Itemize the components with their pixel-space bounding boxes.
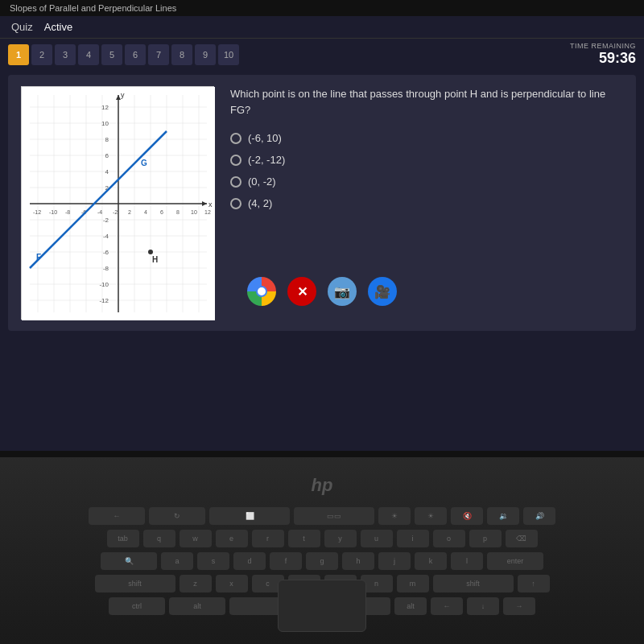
- option-1-text: (-6, 10): [248, 132, 282, 144]
- svg-text:-10: -10: [99, 281, 109, 288]
- tab-10[interactable]: 10: [218, 44, 239, 65]
- key-mute[interactable]: 🔇: [451, 507, 483, 525]
- svg-text:8: 8: [176, 209, 180, 215]
- title-bar: Slopes of Parallel and Perpendicular Lin…: [0, 0, 644, 16]
- radio-1[interactable]: [230, 133, 242, 144]
- key-left[interactable]: ←: [431, 597, 463, 615]
- x-icon[interactable]: ✕: [287, 277, 316, 306]
- key-a[interactable]: a: [161, 552, 193, 570]
- svg-text:10: 10: [191, 209, 197, 215]
- touchpad[interactable]: [278, 580, 366, 632]
- tabs-row: 1 2 3 4 5 6 7 8 9 10 TIME REMAINING 59:3…: [0, 39, 644, 70]
- key-down[interactable]: ↓: [467, 597, 499, 615]
- coordinate-graph: x y 12 10 8 6 4 2 -2 -4 -6 -8 -10 -12: [22, 87, 215, 320]
- key-row-3: 🔍 a s d f g h j k l enter: [32, 552, 612, 570]
- key-alt-right[interactable]: alt: [394, 597, 427, 615]
- key-o[interactable]: o: [433, 530, 465, 547]
- key-m[interactable]: m: [397, 575, 429, 592]
- video-icon[interactable]: 🎥: [368, 277, 397, 306]
- key-p[interactable]: p: [469, 530, 502, 547]
- svg-point-58: [148, 250, 153, 254]
- laptop-screen: Slopes of Parallel and Perpendicular Lin…: [0, 0, 644, 451]
- key-h[interactable]: h: [342, 552, 374, 570]
- svg-text:2: 2: [128, 209, 131, 215]
- key-y[interactable]: y: [324, 530, 357, 547]
- key-s[interactable]: s: [197, 552, 229, 570]
- key-backspace[interactable]: ⌫: [506, 530, 538, 547]
- key-row-1: ← ↻ ⬜ ▭▭ ☀ ☀ 🔇 🔉 🔊: [32, 507, 612, 525]
- key-right[interactable]: →: [503, 597, 535, 615]
- svg-text:8: 8: [105, 136, 109, 143]
- key-shift-right[interactable]: shift: [433, 575, 514, 592]
- key-arrow-back[interactable]: ←: [89, 507, 145, 525]
- svg-text:-6: -6: [103, 249, 109, 256]
- key-alt[interactable]: alt: [169, 597, 225, 615]
- svg-text:4: 4: [105, 168, 109, 175]
- svg-text:4: 4: [144, 209, 147, 215]
- svg-text:-10: -10: [49, 209, 57, 215]
- svg-text:6: 6: [105, 152, 109, 159]
- key-brightness-up[interactable]: ☀: [415, 507, 447, 525]
- key-u[interactable]: u: [361, 530, 393, 547]
- option-3-text: (0, -2): [248, 175, 276, 188]
- tab-6[interactable]: 6: [125, 44, 146, 65]
- key-vol-down[interactable]: 🔉: [487, 507, 519, 525]
- key-w[interactable]: w: [180, 530, 212, 547]
- timer-label: TIME REMAINING: [570, 42, 636, 50]
- key-g[interactable]: g: [306, 552, 338, 570]
- key-e[interactable]: e: [216, 530, 248, 547]
- key-f[interactable]: f: [270, 552, 302, 570]
- key-d[interactable]: d: [233, 552, 266, 570]
- key-refresh[interactable]: ↻: [149, 507, 205, 525]
- key-q[interactable]: q: [143, 530, 175, 547]
- radio-2[interactable]: [230, 155, 242, 166]
- tab-2[interactable]: 2: [31, 44, 52, 65]
- key-shift-left[interactable]: shift: [95, 575, 175, 592]
- key-z[interactable]: z: [180, 575, 212, 592]
- chrome-icon[interactable]: [247, 277, 276, 306]
- tab-1[interactable]: 1: [8, 44, 29, 65]
- svg-text:12: 12: [101, 104, 109, 111]
- svg-text:G: G: [141, 159, 147, 167]
- key-enter[interactable]: enter: [487, 552, 543, 570]
- svg-text:-8: -8: [65, 209, 70, 215]
- tab-9[interactable]: 9: [195, 44, 216, 65]
- svg-text:-4: -4: [103, 233, 109, 240]
- svg-text:F: F: [36, 253, 41, 262]
- key-t[interactable]: t: [288, 530, 320, 547]
- svg-text:H: H: [152, 255, 158, 264]
- key-r[interactable]: r: [252, 530, 284, 547]
- key-k[interactable]: k: [415, 552, 447, 570]
- quiz-label: Quiz: [11, 21, 33, 33]
- key-tab[interactable]: tab: [107, 530, 139, 547]
- radio-3[interactable]: [230, 176, 242, 188]
- svg-text:10: 10: [101, 120, 109, 127]
- key-ctrl[interactable]: ctrl: [109, 597, 165, 615]
- key-j[interactable]: j: [378, 552, 411, 570]
- tab-4[interactable]: 4: [78, 44, 99, 65]
- key-l[interactable]: l: [451, 552, 483, 570]
- key-vol-up[interactable]: 🔊: [523, 507, 555, 525]
- key-fullscreen[interactable]: ▭▭: [294, 507, 374, 525]
- key-search[interactable]: 🔍: [101, 552, 157, 570]
- tab-7[interactable]: 7: [148, 44, 169, 65]
- question-text: Which point is on the line that passes t…: [230, 86, 623, 118]
- key-window[interactable]: ⬜: [209, 507, 290, 525]
- key-up[interactable]: ↑: [518, 575, 550, 592]
- option-3[interactable]: (0, -2): [230, 175, 623, 188]
- tab-8[interactable]: 8: [171, 44, 192, 65]
- option-2[interactable]: (-2, -12): [230, 154, 623, 166]
- page-title: Slopes of Parallel and Perpendicular Lin…: [10, 3, 176, 13]
- svg-text:12: 12: [204, 209, 211, 215]
- tab-3[interactable]: 3: [55, 44, 76, 65]
- radio-4[interactable]: [230, 198, 242, 209]
- key-brightness-down[interactable]: ☀: [378, 507, 411, 525]
- laptop-hinge: [0, 451, 644, 457]
- key-x[interactable]: x: [216, 575, 248, 592]
- option-1[interactable]: (-6, 10): [230, 132, 623, 144]
- option-4[interactable]: (4, 2): [230, 197, 623, 209]
- key-i[interactable]: i: [397, 530, 429, 547]
- tab-5[interactable]: 5: [101, 44, 122, 65]
- svg-text:-8: -8: [103, 265, 109, 272]
- camera-icon[interactable]: 📷: [328, 277, 357, 306]
